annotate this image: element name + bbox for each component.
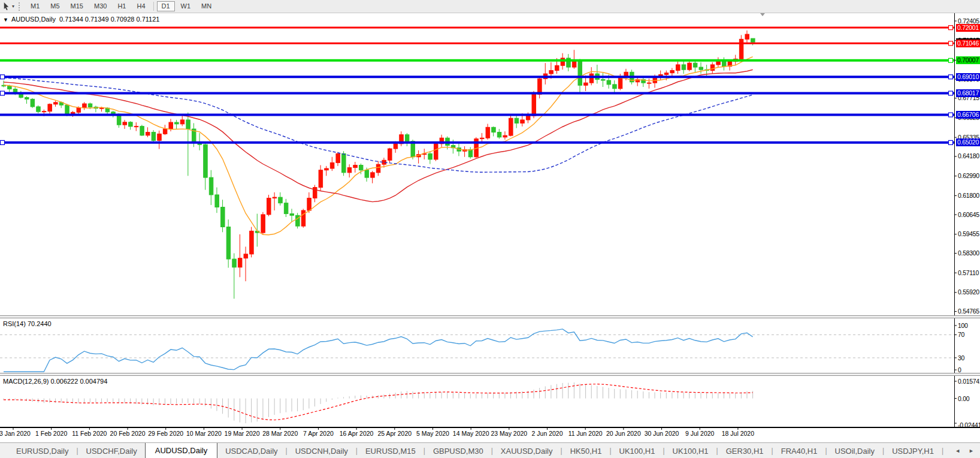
collapse-arrow-icon[interactable]: ▼ — [3, 17, 8, 23]
timeframe-button-m5[interactable]: M5 — [46, 1, 64, 11]
ohlc-values: 0.71344 0.71349 0.70928 0.71121 — [56, 16, 160, 23]
rsi-axis-label: 100 — [958, 322, 980, 329]
cursor-tool-button[interactable]: ▾ — [0, 0, 16, 13]
symbol-period-label: AUDUSD,Daily — [11, 16, 56, 23]
price-tick-label: 0.59455 — [958, 230, 980, 238]
tab-audusd-daily[interactable]: AUDUSD,Daily — [145, 443, 217, 458]
tab-ger30-h1[interactable]: GER30,H1 — [718, 444, 772, 458]
level-price-label: 0.71046 — [956, 40, 980, 47]
rsi-axis-label: 70 — [958, 331, 980, 338]
price-tick-label: 0.62990 — [958, 172, 980, 180]
rsi-axis-label: 30 — [958, 354, 980, 361]
tab-scroll-right-icon[interactable]: ► — [969, 448, 974, 454]
rsi-indicator-label: RSI(14) 70.2440 — [3, 320, 52, 327]
tab-uk100-h1[interactable]: UK100,H1 — [612, 444, 663, 458]
tab-fra40-h1[interactable]: FRA40,H1 — [773, 444, 825, 458]
tab-usdchf-daily[interactable]: USDCHF,Daily — [78, 444, 145, 458]
timeframe-button-m30[interactable]: M30 — [89, 1, 111, 11]
timeframe-button-m1[interactable]: M1 — [26, 1, 44, 11]
timeframe-button-h1[interactable]: H1 — [113, 1, 131, 11]
level-price-label: 0.68017 — [956, 89, 980, 97]
chart-tabs: EURUSD,Daily|USDCHF,DailyAUDUSD,DailyUSD… — [0, 443, 949, 458]
chevron-down-icon: ▾ — [12, 4, 14, 9]
tab-usdcad-daily[interactable]: USDCAD,Daily — [217, 444, 285, 458]
timeframe-button-mn[interactable]: MN — [196, 1, 216, 11]
price-tick-label: 0.55920 — [958, 288, 980, 296]
tab-scroll-controls: ◄ ► — [949, 443, 980, 458]
timeframe-button-m15[interactable]: M15 — [66, 1, 88, 11]
tab-gbpusd-m30[interactable]: GBPUSD,M30 — [425, 444, 491, 458]
macd-indicator-label: MACD(12,26,9) 0.006222 0.004794 — [3, 378, 107, 385]
timeframe-buttons: M1M5M15M30H1H4D1W1MN — [25, 0, 217, 13]
tab-uk100-h1[interactable]: UK100,H1 — [665, 444, 716, 458]
tab-xauusd-daily[interactable]: XAUUSD,Daily — [493, 444, 561, 458]
chart-header: ▼AUDUSD,Daily 0.71344 0.71349 0.70928 0.… — [3, 16, 159, 23]
tab-scroll-left-icon[interactable]: ◄ — [955, 448, 960, 454]
timeframe-button-d1[interactable]: D1 — [157, 1, 175, 11]
tab-usdcnh-daily[interactable]: USDCNH,Daily — [288, 444, 356, 458]
tab-eurusd-m15[interactable]: EURUSD,M15 — [358, 444, 424, 458]
mt4-window: { "toolbar": { "cursor_tool_tooltip": "C… — [0, 0, 980, 458]
macd-axis-max: 0.015741 — [958, 378, 980, 385]
pane-separator-macd[interactable] — [0, 373, 980, 376]
level-price-label: 0.72001 — [956, 24, 980, 32]
toolbar-grip[interactable] — [19, 2, 22, 11]
price-tick-label: 0.58300 — [958, 249, 980, 257]
price-tick-label: 0.60645 — [958, 211, 980, 219]
toolbar-separator — [153, 2, 154, 11]
timeframe-button-h4[interactable]: H4 — [132, 1, 150, 11]
tab-eurusd-daily[interactable]: EURUSD,Daily — [8, 444, 76, 458]
tab-dj30-m15[interactable]: DJ30,M15 — [943, 444, 949, 458]
level-price-label: 0.65020 — [956, 138, 980, 146]
chart-canvas[interactable] — [0, 0, 980, 458]
chart-tab-bar: EURUSD,Daily|USDCHF,DailyAUDUSD,DailyUSD… — [0, 442, 980, 458]
pane-separator-rsi[interactable] — [0, 315, 980, 318]
tab-hk50-h1[interactable]: HK50,H1 — [562, 444, 610, 458]
date-tick-label: 18 Jul 2020 — [713, 430, 763, 437]
toolbar: ▾ M1M5M15M30H1H4D1W1MN — [0, 0, 980, 13]
cursor-icon — [2, 2, 11, 11]
level-price-label: 0.66706 — [956, 111, 980, 119]
price-tick-label: 0.57110 — [958, 269, 980, 277]
price-tick-label: 0.54765 — [958, 308, 980, 315]
macd-axis-zero: 0.00 — [958, 395, 980, 402]
level-price-label: 0.69010 — [956, 73, 980, 81]
time-axis-border — [0, 427, 980, 428]
tab-usoil-daily[interactable]: USOil,Daily — [827, 444, 882, 458]
timeframe-button-w1[interactable]: W1 — [176, 1, 196, 11]
level-price-label: 0.70007 — [956, 56, 980, 64]
price-tick-label: 0.61800 — [958, 192, 980, 200]
price-tick-label: 0.64180 — [958, 152, 980, 160]
tab-usdjpy-h1[interactable]: USDJPY,H1 — [884, 444, 942, 458]
shift-marker-icon — [760, 13, 765, 16]
